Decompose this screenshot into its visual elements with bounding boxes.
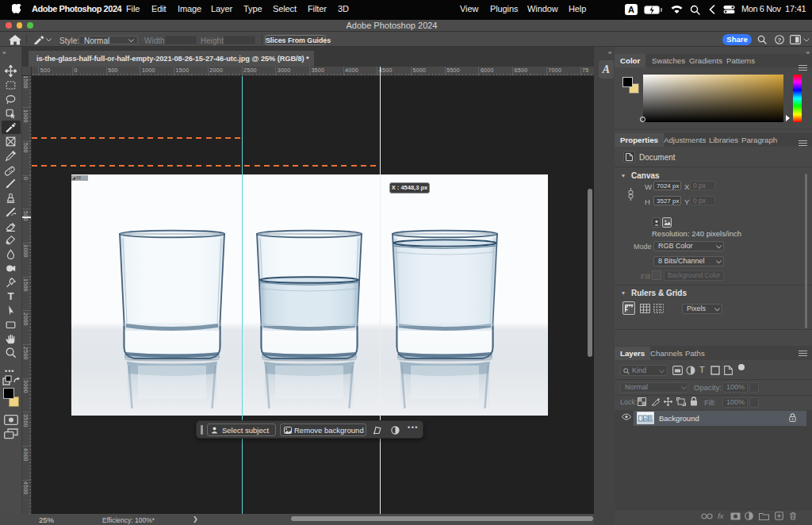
svg-text:T: T (7, 290, 13, 302)
svg-text:?: ? (778, 36, 782, 44)
